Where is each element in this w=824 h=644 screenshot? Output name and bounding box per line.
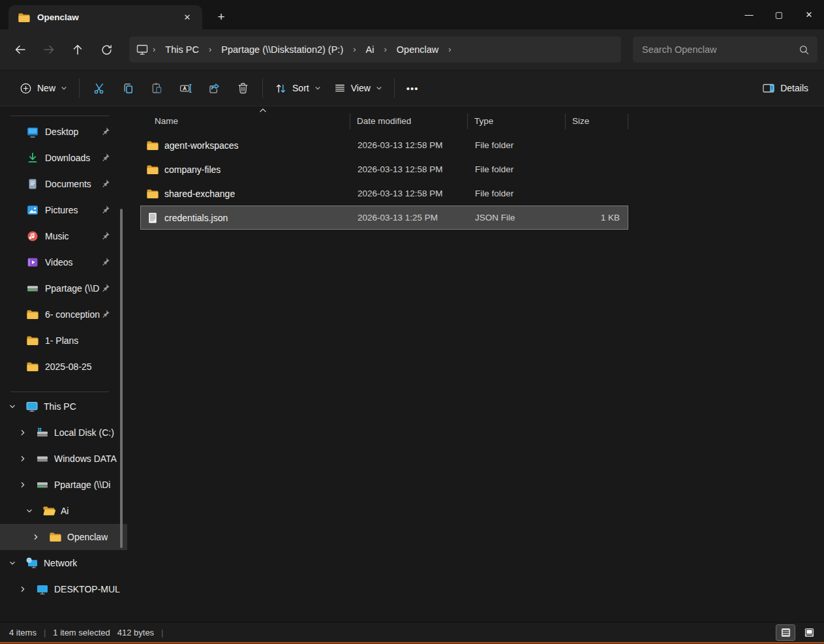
chevron-collapsed-icon[interactable]	[18, 454, 27, 463]
close-button[interactable]: ✕	[794, 0, 824, 29]
tree-item-ai[interactable]: Ai	[0, 498, 127, 524]
sidebar-item-desktop[interactable]: Desktop	[0, 119, 127, 145]
sidebar-item-conception[interactable]: 6- conception	[0, 301, 127, 328]
file-size: 1 KB	[566, 213, 629, 222]
sidebar-item-music[interactable]: Music	[0, 223, 127, 249]
file-name: agent-workspaces	[164, 140, 239, 151]
refresh-button[interactable]	[94, 38, 119, 61]
drive-icon	[36, 452, 49, 465]
paste-button[interactable]	[142, 75, 171, 101]
chevron-expanded-icon[interactable]	[25, 506, 34, 515]
column-header-date[interactable]: Date modified	[350, 114, 468, 129]
back-button[interactable]	[8, 38, 33, 61]
file-row-agent-workspaces[interactable]: agent-workspaces 2026-03-13 12:58 PM Fil…	[140, 133, 628, 157]
folder-icon	[26, 360, 39, 373]
explorer-tab[interactable]: Openclaw ✕	[8, 5, 202, 29]
sidebar-item-downloads[interactable]: Downloads	[0, 145, 127, 171]
column-header-name[interactable]: Name	[140, 114, 350, 129]
sidebar-item-pictures[interactable]: Pictures	[0, 197, 127, 223]
new-button[interactable]: New	[13, 77, 74, 100]
chevron-collapsed-icon[interactable]	[31, 532, 40, 542]
cut-button[interactable]	[85, 75, 114, 101]
pin-icon	[100, 283, 110, 293]
paste-icon	[150, 82, 164, 95]
file-row-credentials-json-selected[interactable]: credentials.json 2026-03-13 1:25 PM JSON…	[140, 206, 628, 230]
details-button[interactable]: Details	[755, 76, 815, 100]
breadcrumb-openclaw[interactable]: Openclaw	[391, 41, 444, 58]
forward-button[interactable]	[37, 38, 61, 61]
large-thumbnails-view-toggle[interactable]	[799, 624, 819, 641]
tree-item-local-disk-c[interactable]: Local Disk (C:)	[0, 420, 127, 446]
this-pc-icon	[25, 400, 38, 413]
tree-item-windows-data[interactable]: Windows DATA	[0, 446, 127, 472]
search-box[interactable]	[633, 37, 817, 63]
folder-icon	[146, 163, 159, 176]
network-drive-icon	[36, 478, 49, 491]
details-view-toggle[interactable]	[776, 624, 795, 641]
breadcrumb-chevron-icon: ›	[350, 44, 358, 54]
file-name: credentials.json	[164, 213, 228, 223]
sidebar-item-plans[interactable]: 1- Plans	[0, 328, 127, 354]
sidebar-item-label: Music	[45, 231, 127, 241]
up-button[interactable]	[65, 38, 90, 61]
pin-icon	[100, 127, 110, 136]
column-header-size[interactable]: Size	[566, 114, 628, 129]
sidebar-item-videos[interactable]: Videos	[0, 249, 127, 275]
sidebar-item-2025-08-25[interactable]: 2025-08-25	[0, 354, 127, 380]
sort-button[interactable]: Sort	[268, 77, 328, 100]
folder-icon	[146, 139, 159, 152]
file-row-company-files[interactable]: company-files 2026-03-13 12:58 PM File f…	[140, 157, 628, 181]
pin-icon	[100, 257, 110, 267]
status-divider: |	[44, 628, 46, 637]
column-header-type[interactable]: Type	[468, 114, 566, 129]
documents-icon	[26, 177, 39, 191]
share-button[interactable]	[200, 75, 228, 101]
sidebar-item-ppartage-drive[interactable]: Ppartage (\\D	[0, 275, 127, 301]
json-file-icon	[146, 211, 159, 224]
search-input[interactable]	[642, 44, 799, 55]
sidebar-item-documents[interactable]: Documents	[0, 171, 127, 197]
chevron-expanded-icon[interactable]	[8, 402, 17, 411]
maximize-button[interactable]: ▢	[764, 0, 794, 29]
tree-item-openclaw-selected[interactable]: Openclaw	[0, 524, 127, 550]
file-row-shared-exchange[interactable]: shared-exchange 2026-03-13 12:58 PM File…	[140, 181, 628, 206]
share-icon	[207, 82, 221, 95]
more-options-button[interactable]: •••	[400, 78, 425, 99]
tab-title: Openclaw	[37, 12, 172, 22]
tree-item-network[interactable]: Network	[0, 550, 127, 576]
folder-icon	[26, 308, 39, 321]
window-controls: — ▢ ✕	[734, 0, 824, 29]
tree-item-label: This PC	[44, 401, 76, 412]
breadcrumb: › This PC › Ppartage (\\Diskstation2) (P…	[129, 37, 621, 63]
tree-item-ppartage[interactable]: Ppartage (\\Di	[0, 472, 127, 498]
sidebar-item-label: 6- conception	[45, 309, 127, 320]
view-icon	[334, 82, 346, 94]
copy-icon	[121, 82, 135, 95]
view-button[interactable]: View	[328, 77, 389, 99]
tab-close-icon[interactable]: ✕	[179, 10, 196, 25]
breadcrumb-drive[interactable]: Ppartage (\\Diskstation2) (P:)	[215, 41, 349, 58]
new-tab-button[interactable]: +	[210, 6, 232, 28]
tree-item-label: Network	[44, 558, 77, 568]
details-label: Details	[780, 83, 808, 93]
os-drive-icon	[36, 426, 49, 439]
tree-item-this-pc[interactable]: This PC	[0, 393, 127, 420]
breadcrumb-this-pc[interactable]: This PC	[159, 41, 205, 58]
details-pane-icon	[762, 82, 775, 95]
tree-item-desktop-mul[interactable]: DESKTOP-MUL	[0, 576, 127, 602]
sidebar-scrollbar[interactable]	[120, 209, 123, 548]
delete-button[interactable]	[228, 75, 257, 101]
tree-item-label: Local Disk (C:)	[54, 427, 114, 438]
rename-button[interactable]	[171, 75, 200, 101]
minimize-button[interactable]: —	[734, 0, 764, 29]
tree-item-label: Ppartage (\\Di	[54, 480, 110, 490]
chevron-collapsed-icon[interactable]	[18, 428, 27, 437]
breadcrumb-ai[interactable]: Ai	[360, 41, 380, 58]
chevron-collapsed-icon[interactable]	[18, 480, 27, 489]
sidebar-item-label: 1- Plans	[45, 335, 127, 346]
sidebar-item-label: Pictures	[45, 205, 127, 215]
chevron-collapsed-icon[interactable]	[18, 585, 27, 594]
copy-button[interactable]	[114, 75, 142, 101]
file-explorer-window: Openclaw ✕ + — ▢ ✕ › This PC › Ppartage …	[0, 0, 824, 644]
chevron-expanded-icon[interactable]	[8, 559, 17, 568]
